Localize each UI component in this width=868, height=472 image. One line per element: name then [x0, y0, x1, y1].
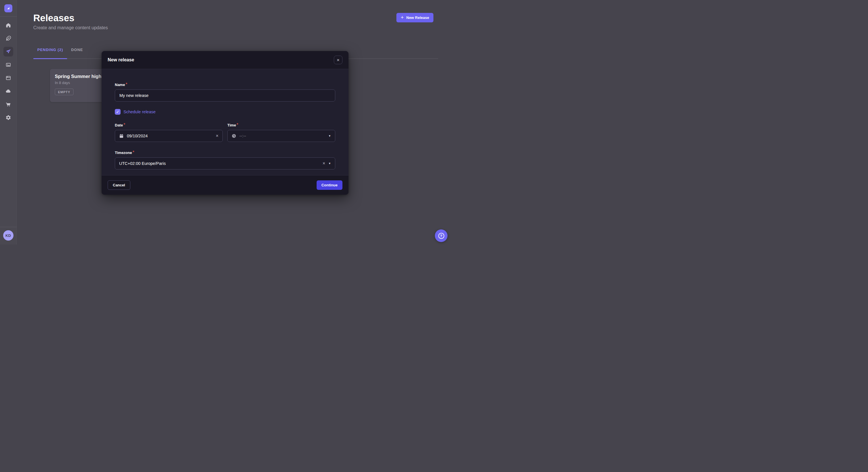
cloud-icon [5, 88, 11, 94]
close-button[interactable]: × [334, 56, 342, 64]
sidebar-item-settings[interactable] [3, 113, 13, 123]
date-clear-button[interactable]: × [216, 134, 218, 138]
timezone-dropdown-button[interactable]: ▼ [329, 162, 331, 165]
chevron-down-icon: ▼ [329, 135, 331, 137]
time-required-mark: * [237, 123, 238, 127]
help-button[interactable]: ? [435, 229, 447, 242]
name-required-mark: * [125, 82, 127, 87]
sidebar-item-home[interactable] [3, 20, 13, 30]
sidebar: KD [0, 0, 17, 245]
modal-body: Name* ✓ Schedule release Date* [102, 69, 348, 175]
layout-icon [5, 75, 11, 81]
new-release-modal: New release × Name* ✓ Schedule release D… [102, 51, 348, 195]
date-label: Date [115, 123, 123, 127]
schedule-release-label: Schedule release [123, 109, 156, 114]
time-input-shell: ▼ [227, 130, 335, 142]
date-time-row: Date* × [115, 123, 335, 142]
plus-icon: + [401, 15, 404, 20]
date-input-shell: × [115, 130, 223, 142]
time-input[interactable] [239, 134, 325, 138]
sidebar-item-media[interactable] [3, 60, 13, 70]
logo-container [0, 0, 17, 16]
send-icon [5, 49, 11, 55]
new-release-button[interactable]: + New Release [396, 13, 433, 22]
calendar-icon [119, 134, 124, 138]
tab-done[interactable]: DONE [67, 46, 87, 59]
media-gallery-icon [5, 62, 11, 68]
tab-pending[interactable]: PENDING (2) [33, 46, 67, 59]
checkbox-checked-icon[interactable]: ✓ [115, 109, 121, 115]
clear-x-icon: × [216, 134, 218, 138]
close-icon: × [337, 58, 340, 63]
modal-footer: Cancel Continue [102, 175, 348, 195]
timezone-label: Timezone [115, 150, 132, 155]
sidebar-footer: KD [0, 227, 17, 245]
avatar[interactable]: KD [3, 230, 13, 241]
timezone-clear-button[interactable]: × [322, 161, 325, 166]
timezone-required-mark: * [133, 150, 134, 155]
page-subtitle: Create and manage content updates [33, 25, 108, 30]
time-dropdown-button[interactable]: ▼ [329, 135, 331, 137]
date-input[interactable] [127, 134, 213, 138]
sidebar-item-releases[interactable] [3, 47, 13, 57]
date-required-mark: * [123, 123, 125, 127]
modal-header: New release × [102, 51, 348, 69]
feather-icon [5, 36, 11, 41]
gear-icon [5, 115, 11, 121]
chevron-down-icon: ▼ [329, 162, 331, 165]
name-field-block: Name* [115, 82, 335, 102]
date-field-block: Date* × [115, 123, 223, 142]
timezone-input[interactable] [119, 161, 319, 166]
cart-icon [5, 102, 11, 107]
clock-icon [231, 134, 236, 138]
timezone-input-shell: × ▼ [115, 158, 335, 169]
sidebar-item-pages[interactable] [3, 73, 13, 83]
modal-title: New release [107, 57, 134, 63]
sidebar-item-shop[interactable] [3, 100, 13, 109]
question-circle-icon: ? [438, 233, 444, 239]
time-label: Time [227, 123, 236, 127]
release-card-status-badge: EMPTY [55, 89, 73, 95]
sidebar-item-content[interactable] [3, 34, 13, 43]
app-logo-button[interactable] [4, 4, 12, 12]
plane-logo-icon [6, 6, 11, 11]
home-icon [5, 22, 11, 28]
sidebar-nav [3, 20, 13, 123]
sidebar-item-cloud[interactable] [3, 86, 13, 96]
schedule-release-toggle[interactable]: ✓ Schedule release [115, 109, 335, 115]
timezone-field-block: Timezone* × ▼ [115, 150, 335, 169]
name-label: Name [115, 82, 125, 87]
page-title: Releases [33, 12, 74, 24]
new-release-button-label: New Release [406, 15, 429, 20]
name-input[interactable] [115, 90, 335, 102]
continue-button[interactable]: Continue [317, 180, 342, 190]
cancel-button[interactable]: Cancel [107, 180, 130, 190]
time-field-block: Time* ▼ [227, 123, 335, 142]
clear-x-icon: × [322, 161, 325, 166]
